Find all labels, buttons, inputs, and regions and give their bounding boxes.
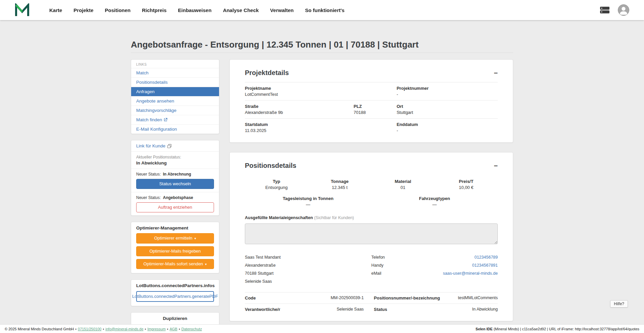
field-label: Enddatum bbox=[396, 122, 498, 127]
field-value: Entsorgung bbox=[245, 185, 308, 190]
nav-item-projekte[interactable]: Projekte bbox=[68, 7, 99, 13]
new-status-line: Neuer Status: Angebotsphase bbox=[136, 195, 214, 200]
footer-agb-link[interactable]: AGB bbox=[170, 327, 177, 331]
field-projektname: Projektname LotCommentTest bbox=[245, 86, 396, 97]
release-optimizer-mails-button[interactable]: Optimierer-Mails freigeben bbox=[136, 246, 214, 256]
field-value: In Abwicklung bbox=[472, 307, 498, 312]
field-value: Alexanderstraße 9b bbox=[245, 110, 354, 115]
contact-label: eMail bbox=[371, 269, 381, 277]
nav-item-positionen[interactable]: Positionen bbox=[99, 7, 137, 13]
project-row: Projektname LotCommentTest Projektnummer… bbox=[245, 82, 498, 100]
field-label: Verantwortliche/r bbox=[245, 307, 280, 312]
mobile-link[interactable]: 01234567891 bbox=[472, 261, 498, 269]
nav-item-analyse-check[interactable]: Analyse Check bbox=[217, 7, 265, 13]
copy-icon bbox=[167, 144, 171, 148]
contact-label: Handy bbox=[371, 261, 383, 269]
sidebar-item-match[interactable]: Match bbox=[131, 68, 219, 77]
field-label: Startdatum bbox=[245, 122, 396, 127]
phone-link[interactable]: 0123456789 bbox=[474, 253, 498, 261]
footer-phone-link[interactable]: 07151/250100 bbox=[78, 327, 101, 331]
new-status-value: Angebotsphase bbox=[163, 195, 193, 200]
page-title: Angebotsanfrage - Entsorgung | 12.345 To… bbox=[131, 40, 513, 53]
nav-item-verwalten[interactable]: Verwalten bbox=[264, 7, 299, 13]
connected-partners-card: LotButtons.connectedPartners.infos LotBu… bbox=[131, 279, 219, 306]
position-meta: Code MM-202500039-1 Positionsnummer/-bez… bbox=[245, 292, 498, 315]
field-value: MM-202500039-1 bbox=[331, 295, 364, 301]
sidebar-item-label: Matchingvorschläge bbox=[136, 108, 176, 113]
field-label: Straße bbox=[245, 104, 354, 109]
sidebar-item-positionsdetails[interactable]: Positionsdetails bbox=[131, 77, 219, 87]
position-specs-row-2: Tagesleistung in Tonnen — Fahrzeugtypen … bbox=[245, 191, 498, 209]
field-value: 01 bbox=[371, 185, 435, 190]
footer-debug-text: (Mineral Minds) | c11ca5ae2d92 | URL of … bbox=[493, 327, 639, 331]
logo-m-icon bbox=[15, 3, 30, 17]
customer-link[interactable]: Link für Kunde bbox=[136, 143, 171, 148]
field-ort: Ort Stuttgart bbox=[396, 104, 498, 115]
button-label: Optimierer-Mails freigeben bbox=[149, 249, 201, 254]
collapse-icon[interactable]: − bbox=[494, 162, 498, 169]
contact-entry-telefon: Telefon 0123456789 bbox=[371, 253, 498, 261]
external-link-icon bbox=[164, 118, 167, 122]
sidebar-item-match-finden[interactable]: Match finden bbox=[131, 115, 219, 124]
send-optimizer-mails-button[interactable]: Optimierer-Mails sofort senden▾ bbox=[136, 259, 214, 269]
nav-item-richtpreis[interactable]: Richtpreis bbox=[136, 7, 172, 13]
sidebar-item-label: Angebote ansehen bbox=[136, 98, 174, 104]
field-label: Ort bbox=[396, 104, 498, 109]
optimizer-card: Optimierer-Management Optimierer ermitte… bbox=[131, 222, 219, 273]
server-glyph-icon bbox=[600, 6, 610, 14]
material-properties-textarea[interactable] bbox=[245, 223, 498, 244]
field-positionsnummer: Positionsnummer/-bezeichnung testMMLotCo… bbox=[374, 295, 498, 301]
sidebar-item-label: Positionsdetails bbox=[136, 80, 168, 85]
address-line: Saas Test Mandant bbox=[245, 253, 371, 261]
field-value: Selenide Saas bbox=[337, 307, 364, 312]
determine-optimizer-button[interactable]: Optimierer ermitteln▾ bbox=[136, 233, 214, 243]
contact-label: Telefon bbox=[371, 253, 385, 261]
withdraw-order-button[interactable]: Auftrag entziehen bbox=[136, 202, 214, 212]
address-line: Selenide Saas bbox=[245, 277, 371, 285]
field-material: Material 01 bbox=[371, 179, 435, 190]
sidebar-item-email-konfiguration[interactable]: E-Mail Konfiguration bbox=[131, 124, 219, 134]
field-plz: PLZ 70188 bbox=[354, 104, 396, 115]
copyright-text: © 2025 Mineral Minds Deutschland GmbH bbox=[5, 327, 74, 331]
field-strasse: Straße Alexanderstraße 9b bbox=[245, 104, 354, 115]
nav-item-karte[interactable]: Karte bbox=[44, 7, 68, 13]
contact-block: Saas Test Mandant Alexanderstraße 70188 … bbox=[245, 253, 498, 285]
footer-left: © 2025 Mineral Minds Deutschland GmbH • … bbox=[5, 327, 202, 331]
field-label: Tonnage bbox=[308, 179, 372, 184]
current-status-value: In Abwicklung bbox=[136, 160, 214, 165]
bullet-separator: • bbox=[75, 327, 76, 331]
field-value: 10,00 € bbox=[435, 185, 498, 190]
footer-datenschutz-link[interactable]: Datenschutz bbox=[181, 327, 202, 331]
collapse-icon[interactable]: − bbox=[494, 70, 498, 76]
main-content: Projektdetails − Projektname LotCommentT… bbox=[229, 59, 513, 331]
status-change-button[interactable]: Status wechseln bbox=[136, 179, 214, 189]
current-status-label: Aktueller Positionsstatus: bbox=[136, 155, 214, 159]
position-details-title: Positionsdetails bbox=[245, 162, 296, 170]
button-label: Optimierer-Mails sofort senden bbox=[144, 261, 203, 266]
top-navbar: Karte Projekte Positionen Richtpreis Ein… bbox=[0, 0, 644, 20]
user-avatar[interactable] bbox=[618, 4, 629, 16]
sidebar-item-label: E-Mail Konfiguration bbox=[136, 127, 177, 132]
nav-item-einbauweisen[interactable]: Einbauweisen bbox=[172, 7, 217, 13]
field-value: - bbox=[396, 128, 498, 133]
links-card: LINKS Match Positionsdetails Anfragen An… bbox=[131, 59, 219, 134]
project-row: Startdatum 11.03.2025 Enddatum - bbox=[245, 118, 498, 136]
connected-partners-title: LotButtons.connectedPartners.infos bbox=[136, 283, 214, 288]
duplicate-card-title: Duplizieren bbox=[136, 316, 214, 321]
mineral-minds-logo[interactable] bbox=[15, 3, 30, 17]
sidebar-item-angebote-ansehen[interactable]: Angebote ansehen bbox=[131, 96, 219, 106]
help-button[interactable]: Hilfe? bbox=[610, 300, 628, 308]
footer-email-link[interactable]: info@mineral-minds.de bbox=[105, 327, 143, 331]
generate-pdf-button[interactable]: LotButtons.connectedPartners.generatePDF bbox=[136, 291, 214, 302]
field-label: Typ bbox=[245, 179, 308, 184]
sidebar-item-anfragen[interactable]: Anfragen bbox=[131, 87, 219, 96]
sidebar-item-matchingvorschlaege[interactable]: Matchingvorschläge bbox=[131, 106, 219, 115]
bullet-separator: • bbox=[167, 327, 168, 331]
email-link[interactable]: saas-user@mineral-minds.de bbox=[443, 269, 498, 277]
field-label: Status bbox=[374, 307, 387, 312]
field-verantwortlicher: Verantwortliche/r Selenide Saas bbox=[245, 307, 364, 312]
footer-impressum-link[interactable]: Impressum bbox=[147, 327, 165, 331]
nav-item-so-funktionierts[interactable]: So funktioniert's bbox=[299, 7, 350, 13]
server-icon[interactable] bbox=[600, 6, 610, 14]
new-status-value: In Abrechnung bbox=[163, 172, 191, 177]
